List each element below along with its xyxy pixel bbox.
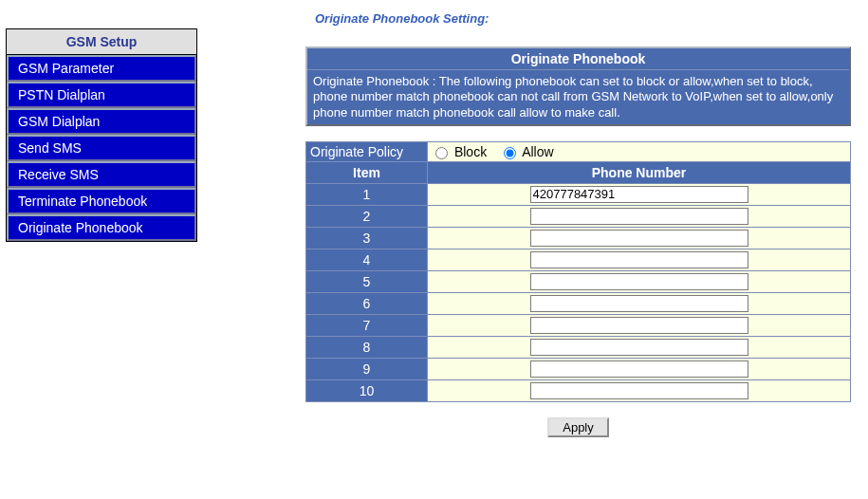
apply-button[interactable]: Apply [547,417,609,437]
table-header-row: Item Phone Number [306,161,851,183]
phone-input-4[interactable] [530,251,748,268]
item-cell: 7 [306,314,428,336]
phone-input-10[interactable] [530,382,748,399]
policy-block-option[interactable]: Block [435,144,490,159]
item-cell: 3 [306,227,428,249]
policy-block-radio[interactable] [435,147,448,159]
col-phone-header: Phone Number [428,161,851,183]
item-cell: 4 [306,249,428,270]
phone-cell [428,336,851,358]
table-row: 7 [306,314,851,336]
phone-cell [428,183,851,205]
phone-input-6[interactable] [530,295,748,312]
sidebar: GSM Setup GSM Parameter PSTN Dialplan GS… [0,0,211,499]
item-cell: 1 [306,183,428,205]
main-content: Originate Phonebook Setting: Originate P… [211,0,868,499]
phone-input-8[interactable] [530,339,748,356]
sidebar-item-pstn-dialplan[interactable]: PSTN Dialplan [7,82,196,108]
table-row: 10 [306,379,851,401]
phone-cell [428,292,851,314]
table-row: 3 [306,227,851,249]
phone-input-2[interactable] [530,208,748,225]
table-row: 8 [306,336,851,358]
sidebar-item-receive-sms[interactable]: Receive SMS [7,161,196,188]
phone-input-5[interactable] [530,273,748,290]
sidebar-item-originate-phonebook[interactable]: Originate Phonebook [7,214,196,241]
table-row: 5 [306,270,851,292]
info-panel-body: Originate Phonebook : The following phon… [307,70,849,124]
phone-cell [428,358,851,379]
sidebar-header: GSM Setup [7,29,196,55]
info-panel: Originate Phonebook Originate Phonebook … [305,46,851,126]
item-cell: 2 [306,205,428,227]
item-cell: 5 [306,270,428,292]
table-row: 6 [306,292,851,314]
table-row: 4 [306,249,851,270]
sidebar-item-gsm-parameter[interactable]: GSM Parameter [7,55,196,82]
phone-cell [428,249,851,270]
table-row: 1 [306,183,851,205]
phonebook-table: Originate Policy Block Allow Item Phone … [305,141,851,402]
phone-cell [428,314,851,336]
phone-cell [428,270,851,292]
item-cell: 8 [306,336,428,358]
phone-input-7[interactable] [530,317,748,334]
page-title: Originate Phonebook Setting: [315,11,859,26]
policy-controls: Block Allow [428,141,851,161]
apply-container: Apply [305,417,851,437]
item-cell: 6 [306,292,428,314]
policy-allow-radio[interactable] [504,147,516,159]
phone-cell [428,379,851,401]
info-panel-header: Originate Phonebook [307,48,849,70]
col-item-header: Item [306,161,428,183]
policy-block-label: Block [454,144,487,159]
phone-cell [428,227,851,249]
phone-input-9[interactable] [530,360,748,378]
policy-row: Originate Policy Block Allow [306,141,851,161]
policy-label: Originate Policy [306,141,428,161]
sidebar-item-terminate-phonebook[interactable]: Terminate Phonebook [7,188,196,214]
phone-input-1[interactable] [530,186,748,203]
side-menu: GSM Setup GSM Parameter PSTN Dialplan GS… [6,28,197,242]
table-row: 2 [306,205,851,227]
table-row: 9 [306,358,851,379]
item-cell: 9 [306,358,428,379]
item-cell: 10 [306,379,428,401]
policy-allow-option[interactable]: Allow [504,144,554,159]
policy-allow-label: Allow [522,144,553,159]
sidebar-item-send-sms[interactable]: Send SMS [7,135,196,161]
phone-input-3[interactable] [530,230,748,247]
sidebar-item-gsm-dialplan[interactable]: GSM Dialplan [7,108,196,135]
phone-cell [428,205,851,227]
